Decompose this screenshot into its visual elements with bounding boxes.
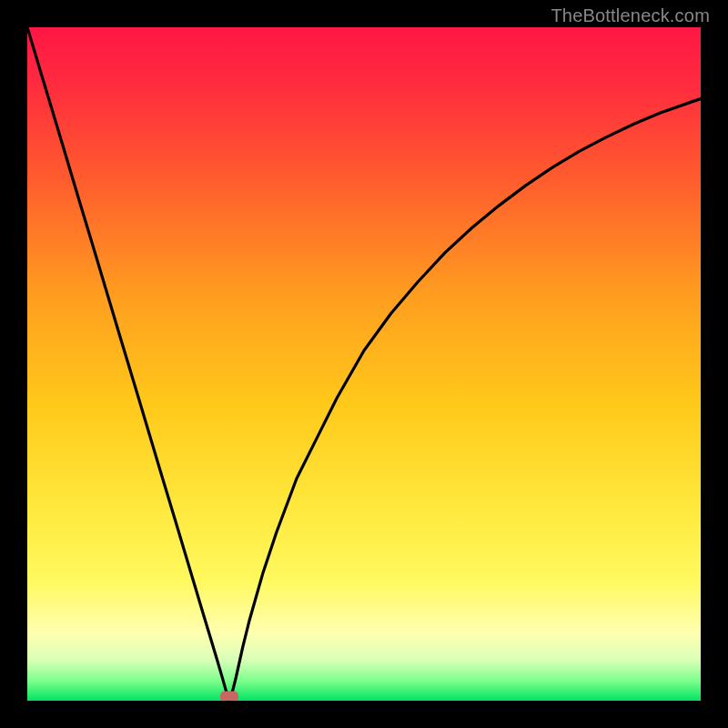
watermark-text: TheBottleneck.com [551, 5, 710, 26]
chart-plot-area [27, 27, 701, 701]
minimum-marker [220, 692, 238, 701]
chart-svg [27, 27, 701, 701]
